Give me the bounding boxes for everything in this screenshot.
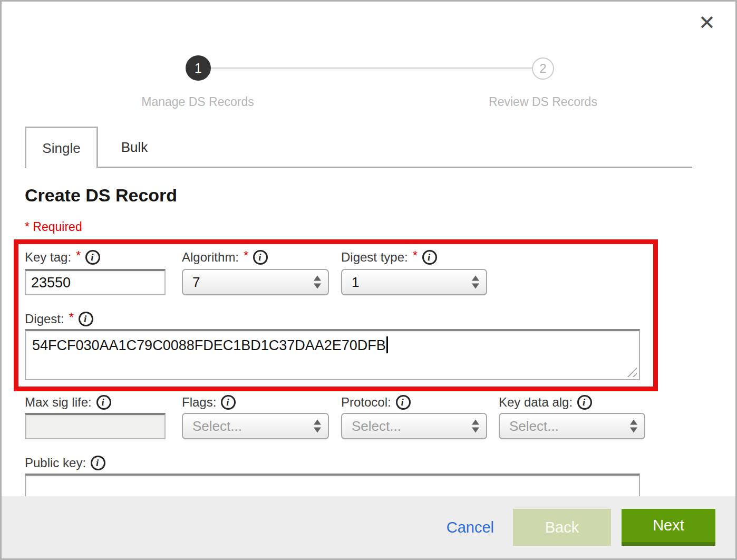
required-mark: * (69, 310, 74, 325)
key-data-alg-label-row: Key data alg: i (499, 393, 592, 412)
public-key-label: Public key: (25, 456, 86, 470)
key-data-alg-label: Key data alg: (499, 395, 573, 410)
select-spinner-icon (314, 276, 321, 289)
protocol-select[interactable]: Select... (341, 413, 487, 439)
info-icon[interactable]: i (253, 250, 268, 265)
step-2-label: Review DS Records (459, 95, 627, 109)
step-2-circle: 2 (532, 57, 554, 80)
info-icon[interactable]: i (79, 312, 93, 326)
select-spinner-icon (314, 420, 321, 433)
key-tag-label-row: Key tag: * i (25, 248, 100, 267)
footer-bar: Cancel Back Next (2, 496, 735, 558)
required-mark: * (413, 248, 418, 263)
max-sig-life-label-row: Max sig life: i (25, 393, 111, 412)
info-icon[interactable]: i (91, 456, 105, 470)
digest-value: 54FCF030AA1C79C0088FDEC1BD1C37DAA2E70DFB (32, 337, 386, 353)
digest-label-row: Digest: * i (25, 310, 93, 329)
digest-textarea[interactable]: 54FCF030AA1C79C0088FDEC1BD1C37DAA2E70DFB (25, 329, 640, 380)
required-mark: * (76, 248, 81, 263)
flags-label-row: Flags: i (182, 393, 236, 412)
back-button[interactable]: Back (513, 509, 611, 546)
public-key-label-row: Public key: i (25, 453, 105, 472)
tab-bulk[interactable]: Bulk (98, 128, 171, 167)
create-ds-record-dialog: ✕ 1 2 Manage DS Records Review DS Record… (0, 0, 737, 560)
digest-type-select-value: 1 (352, 274, 359, 291)
step-connector-line (198, 67, 544, 69)
key-data-alg-select[interactable]: Select... (499, 413, 645, 439)
close-icon: ✕ (699, 11, 715, 34)
max-sig-life-input (25, 413, 166, 439)
required-mark: * (244, 248, 248, 263)
digest-type-label: Digest type: (341, 250, 408, 265)
close-button[interactable]: ✕ (693, 9, 721, 36)
algorithm-label: Algorithm: (182, 250, 239, 265)
select-spinner-icon (472, 276, 479, 289)
algorithm-select[interactable]: 7 (182, 269, 329, 295)
info-icon[interactable]: i (422, 250, 437, 265)
step-1-label: Manage DS Records (113, 95, 282, 109)
tabs-underline (25, 167, 692, 168)
info-icon[interactable]: i (96, 395, 111, 410)
protocol-select-value: Select... (352, 418, 401, 435)
page-title: Create DS Record (25, 185, 177, 206)
flags-select[interactable]: Select... (182, 413, 329, 439)
algorithm-label-row: Algorithm: * i (182, 248, 268, 267)
digest-label: Digest: (25, 312, 64, 326)
cancel-button[interactable]: Cancel (447, 519, 494, 536)
protocol-label: Protocol: (341, 395, 391, 410)
required-note: * Required (25, 220, 82, 234)
flags-label: Flags: (182, 395, 216, 410)
public-key-textarea[interactable] (25, 474, 640, 499)
tab-single[interactable]: Single (25, 127, 98, 168)
digest-type-label-row: Digest type: * i (341, 248, 437, 267)
max-sig-life-label: Max sig life: (25, 395, 92, 410)
protocol-label-row: Protocol: i (341, 393, 411, 412)
next-button[interactable]: Next (622, 509, 715, 546)
key-data-alg-select-value: Select... (509, 418, 559, 435)
step-1-circle: 1 (186, 55, 211, 81)
info-icon[interactable]: i (85, 250, 100, 265)
info-icon[interactable]: i (577, 395, 592, 410)
select-spinner-icon (472, 420, 479, 433)
info-icon[interactable]: i (221, 395, 236, 410)
text-cursor (386, 336, 388, 353)
flags-select-value: Select... (192, 418, 242, 435)
key-tag-label: Key tag: (25, 250, 71, 265)
resize-handle[interactable] (627, 367, 637, 377)
digest-type-select[interactable]: 1 (341, 269, 487, 295)
key-tag-input[interactable] (25, 269, 166, 295)
algorithm-select-value: 7 (192, 274, 200, 291)
select-spinner-icon (630, 420, 637, 433)
info-icon[interactable]: i (396, 395, 411, 410)
